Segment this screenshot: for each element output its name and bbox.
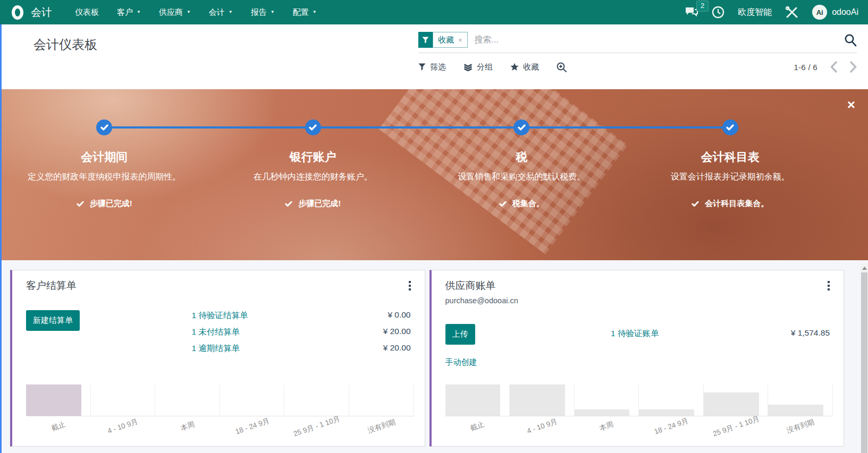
vertical-scrollbar[interactable] [861, 264, 868, 453]
new-invoice-button[interactable]: 新建结算单 [26, 310, 80, 331]
pager: 1-6 / 6 [794, 61, 857, 73]
onboarding-step-taxes: 税 设置销售和采购交易的默认税费。 税集合。 [417, 119, 626, 209]
messages-button[interactable]: 2 [685, 6, 698, 18]
facet-remove-icon[interactable]: × [458, 36, 462, 44]
nav-configuration[interactable]: 配置 ▼ [284, 0, 326, 24]
kebab-menu-icon[interactable] [827, 280, 831, 292]
chart-column [220, 384, 285, 416]
chart-column [704, 384, 769, 416]
check-icon [499, 201, 507, 207]
chart-column [349, 384, 414, 416]
check-icon [726, 124, 734, 131]
star-icon [510, 63, 519, 71]
nav-dashboard[interactable]: 仪表板 [66, 0, 108, 24]
chart-bar[interactable] [510, 384, 565, 416]
chart-bar[interactable] [26, 384, 81, 416]
onboarding-step-chart-of-accounts: 会计科目表 设置会计报表并记录期初余额。 会计科目表集合。 [626, 119, 835, 209]
filter-facet-icon [418, 32, 433, 48]
facet-label: 收藏 [438, 35, 454, 45]
nav-accounting[interactable]: 会计 ▼ [200, 0, 242, 24]
pager-next-icon[interactable] [850, 61, 857, 73]
filters-button[interactable]: 筛选 [418, 62, 446, 72]
step-description: 在几秒钟内连接您的财务账户。 [254, 172, 373, 183]
step-status[interactable]: 步骤已完成! [285, 199, 341, 209]
vendor-aging-chart[interactable] [445, 384, 833, 416]
customer-aging-chart[interactable] [26, 384, 414, 416]
search-bar[interactable]: 收藏 × 搜索... [418, 32, 857, 53]
check-icon [518, 124, 526, 131]
step-status[interactable]: 步骤已完成! [77, 199, 132, 209]
card-title[interactable]: 供应商账单 [445, 279, 833, 293]
onboarding-step-fiscal-year: 会计期间 定义您的财政年度纳税申报表的周期性。 步骤已完成! [0, 119, 209, 209]
card-customer-invoices[interactable]: 客户结算单 新建结算单 1 待验证结算单 ¥ 0.00 1 未付结算单 ¥ 20… [10, 270, 425, 447]
create-manually-link[interactable]: 手动创建 [445, 357, 477, 367]
favorites-button[interactable]: 收藏 [510, 62, 539, 72]
amount-value: ¥ 20.00 [383, 343, 411, 354]
banner-close-icon[interactable]: × [847, 98, 855, 112]
card-title[interactable]: 客户结算单 [26, 279, 414, 293]
control-panel: 会计仪表板 收藏 × 搜索... [0, 24, 868, 89]
activities-button[interactable] [712, 6, 724, 19]
chart-column [768, 384, 833, 416]
chart-column [91, 384, 156, 416]
nav-vendors[interactable]: 供应商 ▼ [150, 0, 200, 24]
invoice-aging-list: 1 待验证结算单 ¥ 0.00 1 未付结算单 ¥ 20.00 1 逾期结算单 … [192, 310, 411, 360]
nav-customers[interactable]: 客户 ▼ [108, 0, 150, 24]
step-title[interactable]: 税 [516, 149, 527, 165]
filter-icon [418, 63, 426, 71]
user-menu[interactable]: Ai odooAi [812, 5, 858, 20]
main-menu: 仪表板 客户 ▼ 供应商 ▼ 会计 ▼ 报告 ▼ 配置 ▼ [66, 0, 326, 24]
step-title[interactable]: 会计科目表 [701, 149, 760, 165]
chart-bar[interactable] [704, 392, 759, 416]
scrollbar-up-icon[interactable] [861, 264, 868, 272]
bills-to-validate-link[interactable]: 1 待验证账单 [611, 328, 659, 339]
chart-axis-label: 25 9月 - 1 10月 [284, 416, 349, 446]
top-navbar: 会计 仪表板 客户 ▼ 供应商 ▼ 会计 ▼ 报告 ▼ 配置 ▼ [0, 0, 868, 24]
invoices-unpaid-link[interactable]: 1 未付结算单 [192, 327, 240, 338]
search-options-row: 筛选 分组 收藏 [418, 61, 857, 73]
step-status[interactable]: 会计科目表集合。 [692, 199, 769, 209]
debug-tools-button[interactable] [785, 6, 799, 19]
check-icon [309, 124, 317, 131]
kebab-menu-icon[interactable] [408, 280, 412, 292]
caret-down-icon: ▼ [137, 10, 141, 14]
step-done-circle[interactable] [722, 119, 738, 135]
group-by-button[interactable]: 分组 [464, 62, 493, 72]
list-item: 1 逾期结算单 ¥ 20.00 [192, 343, 411, 354]
app-name[interactable]: 会计 [31, 5, 52, 20]
odoo-logo[interactable] [12, 5, 23, 20]
card-vendor-bills[interactable]: 供应商账单 purchase@odooai.cn 上传 手动创建 1 待验证账单… [429, 270, 845, 447]
chart-bar[interactable] [768, 405, 823, 416]
chart-axis-label: 没有到期 [768, 416, 833, 446]
step-title[interactable]: 银行账户 [290, 149, 336, 165]
tools-icon [785, 6, 799, 19]
step-done-circle[interactable] [96, 119, 112, 135]
pager-range: 1-6 / 6 [794, 63, 818, 72]
step-done-circle[interactable] [513, 119, 529, 135]
scrollbar-thumb[interactable] [861, 272, 867, 453]
step-title[interactable]: 会计期间 [81, 149, 128, 165]
search-input[interactable]: 搜索... [475, 35, 499, 46]
step-status[interactable]: 税集合。 [499, 199, 544, 209]
company-switcher[interactable]: 欧度智能 [738, 7, 772, 18]
nav-reporting[interactable]: 报告 ▼ [242, 0, 284, 24]
vendor-aging-chart-wrap: 截止4 - 10 9月本周18 - 24 9月25 9月 - 1 10月没有到期 [445, 384, 833, 446]
expand-search-button[interactable] [557, 62, 567, 72]
invoices-late-link[interactable]: 1 逾期结算单 [192, 343, 240, 354]
step-done-circle[interactable] [305, 119, 321, 135]
step-description: 定义您的财政年度纳税申报表的周期性。 [28, 172, 181, 183]
invoices-to-validate-link[interactable]: 1 待验证结算单 [192, 310, 248, 321]
chart-bar[interactable] [575, 409, 630, 416]
caret-down-icon: ▼ [271, 10, 275, 14]
chart-column [26, 384, 91, 416]
chart-bar[interactable] [445, 384, 501, 416]
chart-axis-labels: 截止4 - 10 9月本周18 - 24 9月25 9月 - 1 10月没有到期 [26, 416, 414, 446]
upload-bill-button[interactable]: 上传 [445, 324, 475, 345]
amount-value: ¥ 20.00 [383, 327, 411, 338]
list-item: 1 未付结算单 ¥ 20.00 [192, 327, 411, 338]
search-icon[interactable] [844, 33, 857, 47]
bill-aging-list: 1 待验证账单 ¥ 1,574.85 [611, 328, 830, 345]
magnifier-plus-icon [557, 62, 567, 72]
pager-previous-icon[interactable] [830, 61, 837, 73]
chart-bar[interactable] [639, 409, 694, 416]
